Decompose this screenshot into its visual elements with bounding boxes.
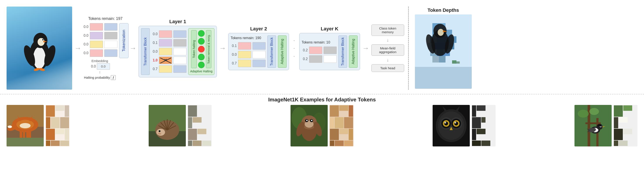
bird-mosaic [614,105,638,146]
token-cell [104,32,118,39]
penguin-left-image [6,6,72,90]
top-section: → Tokens remain: 197 0.0 0.0 0.0 [0,0,644,94]
down-arrow-1: ↓ [387,38,389,42]
light-green-3 [198,54,204,60]
task-head-box: Task head [372,64,404,72]
tokens-remain-label-0: Tokens remain: 197 [88,16,122,21]
transformer-block-k: Transformer Block [338,36,347,68]
token-rows-0: 0.0 0.0 0.0 0.0 [82,23,118,80]
layer-1-block: Layer 1 Transformer Block 0.0 0.1 0.0 1.… [138,19,217,77]
token-depths-title: Token Depths [428,8,459,13]
tokens-remain-k: Tokens remain: 10 [302,40,337,44]
adaptive-halting-2: Adaptive Halting [278,36,286,68]
layer-k-inner: Tokens remain: 10 0.2 0.2 Transformer Bl… [299,33,360,70]
layer1-token-col: 0.0 0.1 0.0 1.0 0.7 [152,28,186,75]
adaptive-halting-1: Token halting Token removal & reorg. Ada… [188,28,214,75]
arrow-4: → [362,44,369,52]
tokens-remain-2: Tokens remain: 190 [230,36,266,40]
output-flow: Class token memory ↓ Mean-field aggregat… [372,24,404,72]
svg-rect-32 [439,56,446,62]
token-cell [90,50,103,57]
token-depths-svg [415,14,472,89]
embedding-label: Embedding [92,59,108,63]
dots-separator: ··· [291,37,297,59]
fox-original [6,105,44,146]
token-cell [104,50,118,57]
bottom-images-row [6,105,638,146]
transformer-block-2: Transformer Block [267,36,276,68]
svg-rect-31 [432,56,439,62]
layer-2-inner: Tokens remain: 190 0.1 0.0 0.7 Transform… [228,33,289,70]
token-cell [104,41,118,48]
token-cell [104,23,118,30]
owl-mosaic [472,105,496,146]
fox-mosaic [46,105,70,146]
adaptive-halting-k: Adaptive Halting [349,36,358,68]
svg-rect-50 [23,130,25,138]
light-green [198,30,204,37]
svg-point-77 [311,120,312,121]
svg-point-67 [158,133,161,135]
fox-group [6,105,70,146]
token-cell [90,41,103,48]
arrow-2: → [130,44,136,52]
hedgehog-group [149,105,212,146]
svg-rect-54 [6,138,44,146]
svg-rect-14 [415,67,472,89]
svg-point-6 [42,39,44,40]
hedgehog-mosaic [188,105,212,146]
tokenization-box: Tokenization [119,23,128,58]
bird-group [574,105,638,146]
bottom-section: ImageNet1K Examples for Adaptive Tokens [0,94,644,149]
transformer-block-1: Transformer Block [141,28,150,75]
bird-original [574,105,612,146]
token-depths-image [415,14,472,89]
adaptive-halting-label-1: Adaptive Halting [190,70,212,73]
arrow-3: → [219,44,226,52]
light-green-2 [198,38,204,44]
layer-2-title: Layer 2 [250,26,267,32]
token-halting-box: Token halting [191,30,197,68]
owl-original [432,105,470,146]
layer-k-title: Layer K [321,26,338,32]
svg-rect-48 [20,130,22,139]
token-depths-panel: Token Depths [413,8,474,89]
layer-2-block: Layer 2 Tokens remain: 190 0.1 0.0 0.7 T… [228,26,289,70]
svg-point-47 [20,123,30,128]
svg-point-66 [159,130,160,132]
owl-group [432,105,496,146]
halting-probability-label: Halting probability [84,76,110,79]
embed-cell: 0.0 [97,63,110,70]
layer-1-title: Layer 1 [169,19,186,24]
tokenization-block: Tokens remain: 197 0.0 0.0 0.0 [84,16,127,80]
svg-point-76 [306,120,308,121]
monkey-mosaic [330,105,354,146]
svg-rect-49 [28,130,31,139]
svg-point-53 [8,126,12,128]
svg-rect-34 [456,62,460,64]
hedgehog-original [149,105,186,146]
arrow-1: → [74,44,81,52]
bottom-title: ImageNet1K Examples for Adaptive Tokens [6,96,638,103]
svg-rect-51 [26,130,28,138]
token-removal-box: Token removal & reorg. [206,30,212,68]
monkey-group [290,105,354,146]
token-cell [90,32,103,39]
svg-point-65 [156,129,165,136]
svg-point-37 [438,29,444,36]
class-token-memory-box: Class token memory [372,24,404,36]
svg-rect-33 [452,60,456,64]
mean-field-aggregation-box: Mean-field aggregation [372,44,404,56]
monkey-original [290,105,328,146]
dashed-separator [408,6,409,90]
light-red [198,46,204,52]
token-cell [90,23,103,30]
layer-1-inner: Transformer Block 0.0 0.1 0.0 1.0 0.7 To [138,26,217,77]
svg-point-101 [589,108,599,115]
svg-rect-99 [586,122,601,124]
svg-point-91 [444,122,446,124]
down-arrow-2: ↓ [387,58,389,62]
traffic-lights [198,30,204,68]
svg-point-1 [33,47,46,69]
halting-function-box: ƒ [111,75,116,80]
